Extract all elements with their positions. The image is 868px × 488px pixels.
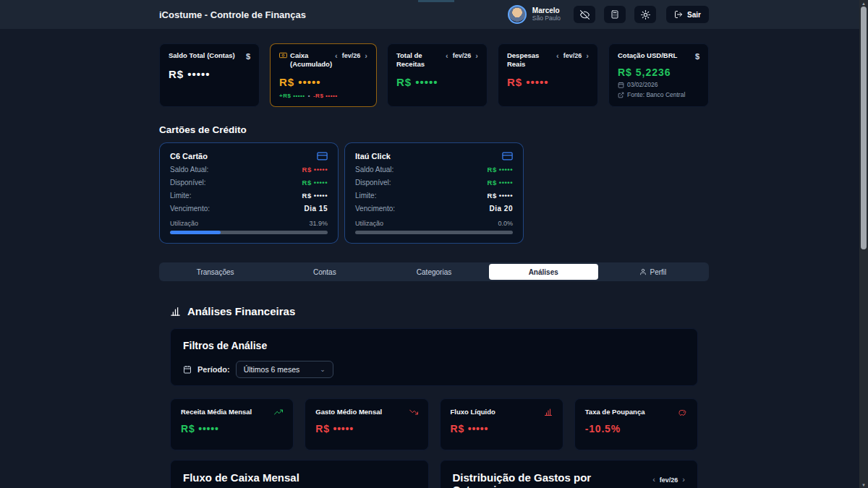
receitas-label: Total de Receitas bbox=[396, 51, 440, 69]
chart-period: fev/26 bbox=[660, 476, 678, 484]
bar-chart-icon bbox=[170, 306, 181, 317]
saldo-atual-label: Saldo Atual: bbox=[355, 166, 393, 174]
filters-title: Filtros de Análise bbox=[183, 340, 685, 351]
scrollbar-thumb[interactable] bbox=[861, 7, 867, 249]
utilizacao-progress-fill bbox=[170, 231, 221, 234]
disponivel-value: R$ ••••• bbox=[302, 179, 328, 187]
stat-label: Fluxo Líquido bbox=[451, 408, 495, 416]
stat-taxa-poupanca: Taxa de Poupança -10.5% bbox=[574, 398, 698, 450]
loading-indicator bbox=[418, 0, 454, 2]
tab-label: Contas bbox=[313, 268, 336, 276]
logout-icon bbox=[674, 10, 683, 19]
stat-label: Receita Média Mensal bbox=[181, 408, 252, 416]
avatar[interactable] bbox=[508, 5, 527, 24]
tab-contas[interactable]: Contas bbox=[270, 264, 379, 280]
logout-button[interactable]: Sair bbox=[666, 6, 709, 23]
user-location: São Paulo bbox=[532, 15, 561, 22]
chevron-left-icon[interactable]: ‹ bbox=[335, 52, 338, 60]
app-title: iCostume - Controle de Finanças bbox=[159, 9, 306, 20]
stat-label: Taxa de Poupança bbox=[585, 408, 645, 416]
theme-toggle-button[interactable] bbox=[634, 6, 656, 23]
caixa-period: fev/26 bbox=[342, 52, 361, 61]
privacy-toggle-button[interactable] bbox=[574, 6, 595, 23]
tab-analises[interactable]: Análises bbox=[489, 264, 598, 280]
caixa-income: +R$ ••••• bbox=[279, 93, 305, 99]
dollar-icon: $ bbox=[695, 51, 699, 61]
cotacao-label: Cotação USD/BRL bbox=[618, 51, 677, 60]
stats-row: Receita Média Mensal R$ ••••• Gasto Médi… bbox=[170, 398, 698, 450]
saldo-total-label: Saldo Total (Contas) bbox=[169, 51, 235, 60]
saldo-atual-value: R$ ••••• bbox=[488, 166, 513, 174]
chevron-right-icon[interactable]: › bbox=[365, 52, 367, 60]
chevron-down-icon: ⌄ bbox=[320, 366, 326, 373]
receitas-period: fev/26 bbox=[453, 52, 472, 61]
stat-label: Gasto Médio Mensal bbox=[315, 408, 382, 416]
chart-title: Fluxo de Caixa Mensal bbox=[183, 471, 299, 484]
distribuicao-gastos-chart-card: Distribuição de Gastos por Categoria ‹ f… bbox=[440, 460, 699, 488]
saldo-atual-label: Saldo Atual: bbox=[170, 166, 208, 174]
scrollbar-down-arrow-icon[interactable]: ▼ bbox=[859, 481, 868, 488]
utilizacao-label: Utilização bbox=[355, 220, 383, 227]
calculator-button[interactable] bbox=[604, 6, 626, 23]
tab-label: Transações bbox=[197, 268, 234, 276]
period-select[interactable]: Últimos 6 meses ⌄ bbox=[236, 361, 333, 378]
calculator-icon bbox=[610, 10, 619, 19]
limite-value: R$ ••••• bbox=[488, 192, 513, 200]
disponivel-label: Disponível: bbox=[355, 179, 391, 187]
credit-card-name: Itaú Click bbox=[355, 152, 391, 160]
tab-categorias[interactable]: Categorias bbox=[379, 264, 488, 280]
vertical-scrollbar[interactable]: ▲ ▼ bbox=[859, 0, 868, 488]
period-select-value: Últimos 6 meses bbox=[244, 365, 300, 374]
limite-value: R$ ••••• bbox=[302, 192, 328, 200]
stat-gasto-medio: Gasto Médio Mensal R$ ••••• bbox=[305, 398, 428, 450]
chevron-left-icon[interactable]: ‹ bbox=[556, 52, 559, 60]
utilizacao-progress-track bbox=[170, 231, 328, 234]
cash-icon bbox=[279, 52, 287, 59]
utilizacao-label: Utilização bbox=[170, 220, 198, 227]
tab-label: Categorias bbox=[417, 268, 451, 276]
analysis-title: Análises Financeiras bbox=[187, 305, 295, 317]
vencimento-label: Vencimento: bbox=[355, 205, 395, 213]
saldo-total-card: Saldo Total (Contas) $ R$ ••••• bbox=[159, 43, 260, 107]
receitas-value: R$ ••••• bbox=[396, 76, 478, 88]
despesas-value: R$ ••••• bbox=[507, 76, 589, 88]
piggy-bank-icon bbox=[678, 408, 687, 416]
stat-value: R$ ••••• bbox=[451, 423, 553, 435]
disponivel-value: R$ ••••• bbox=[488, 179, 513, 187]
chevron-right-icon[interactable]: › bbox=[682, 476, 685, 484]
chevron-left-icon[interactable]: ‹ bbox=[652, 476, 655, 484]
dot-separator: • bbox=[308, 93, 310, 99]
charts-row: Fluxo de Caixa Mensal Distribuição de Ga… bbox=[170, 460, 698, 488]
tab-label: Análises bbox=[529, 268, 558, 276]
despesas-label: Despesas Reais bbox=[507, 51, 550, 69]
saldo-atual-value: R$ ••••• bbox=[302, 166, 328, 174]
caixa-label: Caixa (Acumulado) bbox=[290, 51, 332, 69]
person-icon bbox=[639, 268, 647, 275]
caixa-value: R$ ••••• bbox=[279, 76, 367, 88]
chevron-left-icon[interactable]: ‹ bbox=[446, 52, 448, 60]
bar-chart-icon bbox=[544, 408, 553, 416]
saldo-total-value: R$ ••••• bbox=[169, 68, 250, 80]
filters-card: Filtros de Análise Período: Últimos 6 me… bbox=[170, 328, 698, 386]
credit-card-name: C6 Cartão bbox=[170, 152, 208, 160]
limite-label: Limite: bbox=[170, 192, 191, 200]
cotacao-source[interactable]: Fonte: Banco Central bbox=[627, 91, 685, 98]
calendar-icon bbox=[618, 82, 624, 88]
limite-label: Limite: bbox=[355, 192, 376, 200]
utilizacao-progress-track bbox=[355, 231, 513, 234]
chevron-right-icon[interactable]: › bbox=[475, 52, 478, 60]
despesas-period: fev/26 bbox=[563, 52, 582, 61]
trending-up-icon bbox=[274, 408, 283, 416]
scrollbar-up-arrow-icon[interactable]: ▲ bbox=[859, 0, 868, 7]
credit-card-itau: Itaú Click Saldo Atual:R$ ••••• Disponív… bbox=[344, 142, 524, 244]
cotacao-value: R$ 5,2236 bbox=[618, 67, 699, 78]
caixa-card: Caixa (Acumulado) ‹ fev/26 › R$ ••••• +R… bbox=[270, 43, 377, 107]
chevron-right-icon[interactable]: › bbox=[586, 52, 589, 60]
tab-transacoes[interactable]: Transações bbox=[161, 264, 270, 280]
tab-perfil[interactable]: Perfil bbox=[598, 264, 707, 280]
utilizacao-value: 31.9% bbox=[309, 220, 328, 227]
disponivel-label: Disponível: bbox=[170, 179, 205, 187]
summary-cards-row: Saldo Total (Contas) $ R$ ••••• Caixa (A… bbox=[159, 43, 709, 107]
vencimento-label: Vencimento: bbox=[170, 205, 210, 213]
dollar-icon: $ bbox=[246, 51, 250, 61]
